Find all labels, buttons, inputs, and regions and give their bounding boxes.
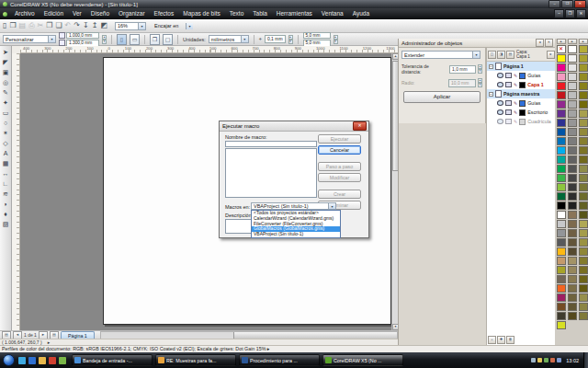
color-swatch[interactable] — [557, 192, 566, 201]
dialog-button[interactable]: Ejecutar — [318, 134, 361, 144]
color-swatch[interactable] — [557, 266, 566, 274]
new-layer-icon[interactable]: + — [488, 336, 496, 344]
pencil-edit-icon[interactable]: ✎ — [514, 110, 517, 115]
zoom-level-combo[interactable]: 16% ▾ — [115, 22, 146, 30]
color-swatch[interactable] — [557, 82, 566, 90]
layer-row[interactable]: − ✎ Cuadrícula — [487, 117, 556, 126]
color-swatch[interactable] — [568, 165, 577, 173]
layer-manager-icon[interactable]: ◨ — [497, 51, 505, 59]
toolbar-icon[interactable]: ▤ — [19, 21, 27, 30]
toolbox-tool-icon[interactable]: A — [1, 149, 11, 158]
toolbox-tool-icon[interactable]: ▣ — [1, 68, 11, 77]
color-swatch[interactable] — [579, 45, 588, 53]
page-width-field[interactable]: 1.000,0 mm — [66, 32, 99, 40]
pencil-edit-icon[interactable]: ✎ — [514, 83, 517, 87]
apply-button[interactable]: Aplicar — [403, 91, 481, 103]
toolbar-icon[interactable]: ↧ — [83, 21, 89, 30]
menu-item[interactable]: Ver — [68, 8, 86, 19]
color-swatch[interactable] — [557, 63, 566, 72]
color-swatch[interactable] — [568, 266, 577, 274]
toolbox-tool-icon[interactable]: ▦ — [1, 159, 11, 168]
color-swatch[interactable] — [579, 312, 588, 320]
printer-icon[interactable] — [505, 119, 512, 124]
color-swatch[interactable] — [579, 211, 588, 219]
printer-icon[interactable] — [505, 82, 512, 87]
color-swatch[interactable] — [579, 275, 588, 283]
quicklaunch-icon[interactable] — [18, 357, 26, 364]
toolbar-icon[interactable]: ◩ — [100, 21, 107, 30]
toolbar-icon[interactable]: ❏ — [55, 21, 62, 30]
toolbox-tool-icon[interactable]: ▭ — [1, 109, 11, 118]
dialog-button[interactable]: Crear — [318, 190, 361, 199]
color-swatch[interactable] — [579, 293, 588, 302]
toolbar-icon[interactable]: ↷ — [74, 21, 80, 30]
docker-collapse-icon[interactable]: ◂ — [536, 39, 544, 47]
page-preset-combo[interactable]: Personalizar ▾ — [3, 35, 56, 43]
status-expand-icon[interactable]: ▸ — [267, 346, 270, 351]
close-button[interactable]: ✕ — [574, 0, 586, 8]
color-swatch[interactable] — [568, 192, 577, 201]
duplicate-stepper[interactable]: ▲▼ — [334, 35, 338, 44]
color-swatch[interactable] — [579, 257, 588, 265]
horizontal-scroll-thumb[interactable] — [233, 332, 397, 339]
eye-visibility-icon[interactable] — [497, 109, 503, 115]
color-swatch[interactable] — [557, 293, 566, 302]
layer-row[interactable]: − ✎ Guías — [487, 71, 556, 80]
layer-row[interactable]: − ✎ Página maestra — [487, 89, 556, 98]
menu-item[interactable]: Ventana — [317, 8, 348, 19]
color-swatch[interactable] — [557, 109, 566, 118]
toolbar-icon[interactable]: ▯ — [3, 21, 6, 30]
units-combo[interactable]: milímetros ▾ — [209, 35, 249, 43]
toolbox-tool-icon[interactable]: ≋ — [1, 190, 11, 199]
expand-icon[interactable]: − — [489, 92, 493, 97]
color-swatch[interactable] — [579, 284, 588, 293]
toolbar-icon[interactable]: ✂ — [38, 21, 44, 30]
toolbox-tool-icon[interactable]: ◎ — [1, 78, 11, 87]
color-swatch[interactable] — [557, 312, 566, 320]
nudge-stepper[interactable]: ▲▼ — [288, 35, 293, 44]
mdi-minimize-button[interactable]: – — [554, 9, 564, 18]
horizontal-ruler[interactable]: 4003002001000100200300400500600700800900… — [20, 46, 398, 53]
quicklaunch-icon[interactable] — [59, 357, 66, 364]
taskbar-window-button[interactable]: Procedimiento para ... — [239, 354, 320, 366]
portrait-orientation-button[interactable]: ▯ — [117, 34, 127, 45]
page-size-stepper[interactable]: ▲▼ — [102, 35, 107, 44]
color-swatch[interactable] — [568, 303, 577, 311]
taskbar-window-button[interactable]: Bandeja de entrada -... — [72, 354, 153, 366]
no-color-swatch[interactable]: ✕ — [557, 45, 566, 53]
current-page-button[interactable]: ▢ — [163, 34, 173, 45]
color-swatch[interactable] — [557, 238, 566, 247]
color-swatch[interactable] — [579, 238, 588, 247]
toolbar-icon[interactable]: ❐ — [46, 21, 52, 30]
color-swatch[interactable] — [579, 63, 588, 72]
nudge-distance-field[interactable]: 0,1 mm — [265, 35, 286, 43]
menu-item[interactable]: Mapas de bits — [178, 8, 224, 19]
color-swatch[interactable] — [568, 312, 577, 320]
toolbar-icon[interactable]: ↶ — [65, 21, 72, 30]
dialog-button[interactable]: Modificar — [318, 173, 361, 182]
show-desktop-button[interactable] — [583, 352, 588, 368]
printer-icon[interactable] — [505, 109, 512, 115]
palette-scroll-up-icon[interactable]: ▲ — [568, 39, 577, 44]
eye-visibility-icon[interactable] — [497, 82, 503, 87]
tray-icon[interactable] — [531, 358, 536, 362]
tolerance-field[interactable]: 1,0 mm — [449, 65, 476, 74]
color-swatch[interactable] — [579, 100, 588, 109]
color-swatch[interactable] — [568, 201, 577, 210]
color-swatch[interactable] — [557, 229, 566, 237]
color-swatch[interactable] — [557, 257, 566, 265]
tolerance-stepper[interactable]: ▲▼ — [478, 64, 482, 74]
toolbox-tool-icon[interactable]: ➤ — [1, 48, 11, 57]
color-swatch[interactable] — [568, 137, 577, 145]
taskbar-window-button[interactable]: CorelDRAW X5 (No ... — [322, 354, 403, 366]
new-master-layer-icon[interactable]: ✚ — [497, 336, 505, 344]
color-swatch[interactable] — [568, 238, 577, 247]
eye-visibility-icon[interactable] — [497, 119, 503, 124]
toolbox-tool-icon[interactable]: ∟ — [1, 179, 11, 189]
toolbar-icon[interactable]: ❒ — [9, 21, 16, 30]
color-swatch[interactable] — [557, 91, 566, 99]
start-button[interactable] — [3, 354, 15, 366]
vertical-scrollbar[interactable]: ▲ ▼ — [391, 53, 398, 330]
color-swatch[interactable] — [557, 321, 566, 329]
color-swatch[interactable] — [579, 155, 588, 164]
